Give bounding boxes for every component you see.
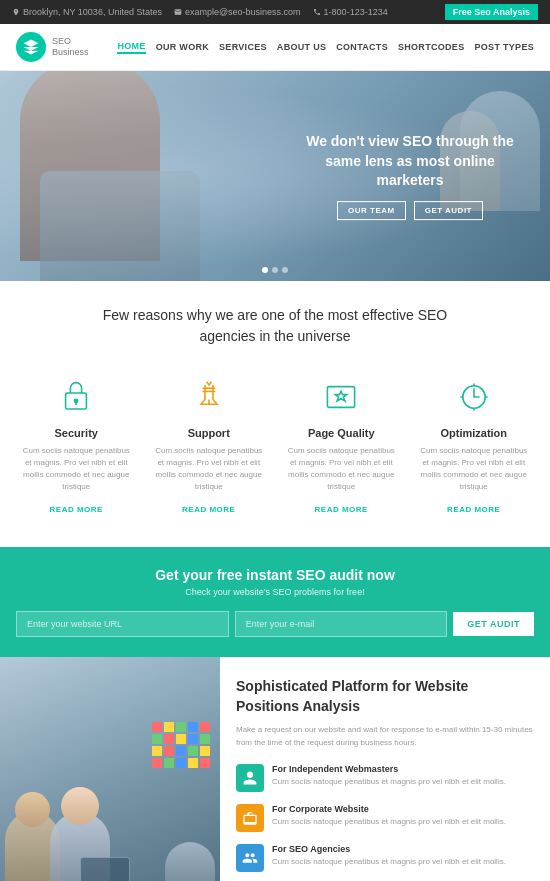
cta-section: Get your free instant SEO audit now Chec…	[0, 547, 550, 657]
url-input[interactable]	[16, 611, 229, 637]
cta-form: GET AUDIT	[16, 611, 534, 637]
security-read-more[interactable]: READ MORE	[50, 505, 103, 514]
platform-desc: Make a request on our website and wait f…	[236, 724, 534, 750]
cta-title: Get your free instant SEO audit now	[16, 567, 534, 583]
quality-icon	[319, 375, 363, 419]
support-icon	[187, 375, 231, 419]
hero-dot-3[interactable]	[282, 267, 288, 273]
location-info: Brooklyn, NY 10036, United States	[12, 7, 162, 17]
security-desc: Cum sociis natoque penatibus et magnis. …	[20, 445, 133, 493]
optimization-icon	[452, 375, 496, 419]
main-nav: HOME OUR WORK SERVICES ABOUT US CONTACTS…	[117, 41, 534, 54]
logo-icon	[16, 32, 46, 62]
platform-content: Sophisticated Platform for Website Posit…	[220, 657, 550, 881]
hero-get-audit-btn[interactable]: GET AUDIT	[414, 201, 483, 220]
hero-buttons: OUR TEAM GET AUDIT	[300, 201, 520, 220]
hero-dot-1[interactable]	[262, 267, 268, 273]
nav-shortcodes[interactable]: SHORTCODES	[398, 42, 465, 52]
quality-name: Page Quality	[285, 427, 398, 439]
webmasters-name: For Independent Webmasters	[272, 764, 506, 774]
svg-marker-6	[336, 391, 347, 401]
platform-title: Sophisticated Platform for Website Posit…	[236, 677, 534, 716]
email-info: example@seo-business.com	[174, 7, 301, 17]
logo: SEO Business	[16, 32, 89, 62]
webmasters-text: For Independent Webmasters Cum sociis na…	[272, 764, 506, 788]
feature-support: Support Cum sociis natoque penatibus et …	[149, 367, 270, 523]
nav-services[interactable]: SERVICES	[219, 42, 267, 52]
hero-content: We don't view SEO through the same lens …	[300, 132, 520, 220]
corporate-icon	[236, 804, 264, 832]
feature-optimization: Optimization Cum sociis natoque penatibu…	[414, 367, 535, 523]
top-bar: Brooklyn, NY 10036, United States exampl…	[0, 0, 550, 24]
platform-item-corporate: For Corporate Website Cum sociis natoque…	[236, 804, 534, 832]
optimization-read-more[interactable]: READ MORE	[447, 505, 500, 514]
support-desc: Cum sociis natoque penatibus et magnis. …	[153, 445, 266, 493]
nav-our-work[interactable]: OUR WORK	[156, 42, 209, 52]
logo-text: SEO Business	[52, 36, 89, 58]
top-bar-info: Brooklyn, NY 10036, United States exampl…	[12, 7, 388, 17]
webmasters-desc: Cum sociis natoque penatibus et magnis p…	[272, 776, 506, 788]
agencies-name: For SEO Agencies	[272, 844, 506, 854]
platform-item-agencies: For SEO Agencies Cum sociis natoque pena…	[236, 844, 534, 872]
svg-point-1	[75, 399, 78, 402]
security-icon	[54, 375, 98, 419]
agencies-text: For SEO Agencies Cum sociis natoque pena…	[272, 844, 506, 868]
location-text: Brooklyn, NY 10036, United States	[23, 7, 162, 17]
phone-text: 1-800-123-1234	[324, 7, 388, 17]
platform-feature-list: For Independent Webmasters Cum sociis na…	[236, 764, 534, 872]
support-read-more[interactable]: READ MORE	[182, 505, 235, 514]
features-title: Few reasons why we are one of the most e…	[100, 305, 450, 347]
agencies-icon	[236, 844, 264, 872]
support-name: Support	[153, 427, 266, 439]
platform-section: Sophisticated Platform for Website Posit…	[0, 657, 550, 881]
webmasters-icon	[236, 764, 264, 792]
corporate-name: For Corporate Website	[272, 804, 506, 814]
header: SEO Business HOME OUR WORK SERVICES ABOU…	[0, 24, 550, 71]
corporate-desc: Cum sociis natoque penatibus et magnis p…	[272, 816, 506, 828]
hero-dots	[262, 267, 288, 273]
quality-desc: Cum sociis natoque penatibus et magnis. …	[285, 445, 398, 493]
nav-contacts[interactable]: CONTACTS	[336, 42, 388, 52]
nav-about[interactable]: ABOUT US	[277, 42, 326, 52]
get-audit-btn[interactable]: GET AUDIT	[453, 612, 534, 636]
features-grid: Security Cum sociis natoque penatibus et…	[16, 367, 534, 523]
features-section: Few reasons why we are one of the most e…	[0, 281, 550, 547]
hero-dot-2[interactable]	[272, 267, 278, 273]
cta-subtitle: Check your website's SEO problems for fr…	[16, 587, 534, 597]
optimization-name: Optimization	[418, 427, 531, 439]
platform-image	[0, 657, 220, 881]
email-text: example@seo-business.com	[185, 7, 301, 17]
optimization-desc: Cum sociis natoque penatibus et magnis. …	[418, 445, 531, 493]
hero-title: We don't view SEO through the same lens …	[300, 132, 520, 191]
hero-our-team-btn[interactable]: OUR TEAM	[337, 201, 406, 220]
free-seo-btn[interactable]: Free Seo Analysis	[445, 4, 538, 20]
quality-read-more[interactable]: READ MORE	[315, 505, 368, 514]
nav-home[interactable]: HOME	[117, 41, 145, 54]
agencies-desc: Cum sociis natoque penatibus et magnis p…	[272, 856, 506, 868]
security-name: Security	[20, 427, 133, 439]
hero-section: We don't view SEO through the same lens …	[0, 71, 550, 281]
nav-post-types[interactable]: POST TYPES	[474, 42, 534, 52]
email-input[interactable]	[235, 611, 448, 637]
logo-main: SEO	[52, 36, 89, 47]
phone-info: 1-800-123-1234	[313, 7, 388, 17]
logo-sub: Business	[52, 47, 89, 58]
feature-security: Security Cum sociis natoque penatibus et…	[16, 367, 137, 523]
corporate-text: For Corporate Website Cum sociis natoque…	[272, 804, 506, 828]
platform-item-webmasters: For Independent Webmasters Cum sociis na…	[236, 764, 534, 792]
feature-quality: Page Quality Cum sociis natoque penatibu…	[281, 367, 402, 523]
